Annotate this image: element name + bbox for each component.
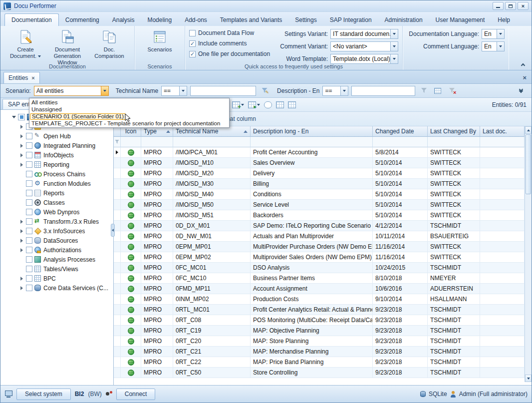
column-header-description-long-en[interactable]: Description long - En: [251, 126, 373, 137]
comment-language-combo[interactable]: En: [482, 41, 505, 51]
export-button[interactable]: [248, 101, 260, 108]
create-document-button[interactable]: Create Document.: [4, 27, 46, 59]
filter-cell-last-doc[interactable]: [480, 137, 525, 147]
table-row[interactable]: MPRO/IMO/SD_M40Conditions5/10/2014SWITTE…: [114, 189, 525, 200]
expand-arrow[interactable]: [18, 277, 25, 281]
expand-arrow[interactable]: [18, 134, 25, 138]
scrollbar-thumb[interactable]: [526, 134, 531, 194]
scenario-dropdown-button[interactable]: [101, 86, 108, 95]
column-header-last-changed-by[interactable]: Last Changed By: [428, 126, 480, 137]
ribbon-tab-documentation[interactable]: Documentation: [4, 13, 59, 26]
tree-item-tables-views[interactable]: Tables/Views: [0, 264, 113, 274]
dropdown-button[interactable]: [497, 42, 504, 51]
tree-checkbox[interactable]: [26, 180, 32, 187]
tree-item-integrated-planning[interactable]: Integrated Planning: [0, 141, 113, 150]
tree-item-classes[interactable]: Classes: [0, 198, 113, 207]
expand-arrow[interactable]: [18, 229, 25, 233]
ribbon-tab-commenting[interactable]: Commenting: [59, 14, 106, 26]
tree-checkbox[interactable]: [26, 142, 32, 149]
table-row[interactable]: MPRO0FMD_MP11Account Assignment10/6/2016…: [114, 284, 525, 294]
column-header-last-doc[interactable]: Last doc.: [480, 126, 525, 137]
filter-cell-description-long-en[interactable]: [251, 137, 373, 147]
table-row[interactable]: MPRO0RT_C19MAP: Objective Planning9/23/2…: [114, 326, 525, 336]
dropdown-button[interactable]: [390, 54, 398, 63]
table-row[interactable]: MPRO0RT_C22MAP: Price Band Planning9/23/…: [114, 357, 525, 368]
comment-variant-combo[interactable]: <No variant>: [330, 41, 398, 51]
ribbon-tab-add-ons[interactable]: Add-ons: [178, 14, 214, 26]
table-row[interactable]: MPRO0FC_MC10Business Partner Items8/10/2…: [114, 273, 525, 284]
technical-name-filter-input[interactable]: [190, 86, 256, 96]
dropdown-item-unassigned[interactable]: Unassigned: [29, 106, 229, 113]
tree-item-analysis-processes[interactable]: Analysis Processes: [0, 255, 113, 264]
tree-item-datasources[interactable]: DataSources: [0, 236, 113, 245]
tree-item-core-data-services-c[interactable]: Core Data Services (C...: [0, 283, 113, 293]
expand-arrow[interactable]: [18, 153, 25, 157]
tree-item-reporting[interactable]: Reporting: [0, 160, 113, 169]
dropdown-button[interactable]: [390, 29, 398, 38]
filter-cell-type[interactable]: [141, 137, 173, 147]
expand-filter-panel-button[interactable]: [516, 85, 527, 96]
table-row[interactable]: MPRO0EPM_MP02Multiprovider Sales Orders …: [114, 252, 525, 263]
minimize-button[interactable]: [493, 2, 504, 10]
table-row[interactable]: MPRO0RT_C08POS Monitoring (MultiCube: Re…: [114, 315, 525, 326]
tree-checkbox[interactable]: [26, 190, 32, 196]
table-row[interactable]: MPRO/IMO/SD_M10Sales Overview5/10/2014SW…: [114, 158, 525, 168]
column-header-changed-date[interactable]: Changed Date: [373, 126, 428, 137]
filter-cell-technical-name[interactable]: [173, 137, 251, 147]
doc-comparison-button[interactable]: Doc. Comparison: [88, 27, 130, 59]
tree-checkbox[interactable]: [26, 152, 32, 158]
close-document-area-button[interactable]: ×: [521, 74, 529, 83]
vertical-scrollbar[interactable]: [525, 126, 532, 382]
settings-variant-combo[interactable]: IT standard documen...: [330, 29, 398, 39]
connect-button[interactable]: Connect: [116, 389, 156, 400]
tree-checkbox[interactable]: [26, 218, 32, 225]
database-label[interactable]: SQLite: [429, 391, 447, 398]
filter-editor-button[interactable]: [432, 85, 443, 96]
table-row[interactable]: MPRO/IMO/SD_M51Backorders5/10/2014SWITTE…: [114, 210, 525, 221]
tree-item-process-chains[interactable]: Process Chains: [0, 169, 113, 179]
tree-checkbox[interactable]: [26, 171, 32, 177]
checkbox-one-file-per-documentation[interactable]: One file per documentation: [189, 50, 270, 57]
collapse-ribbon-button[interactable]: [519, 61, 528, 68]
comment-button[interactable]: [264, 101, 272, 108]
close-button[interactable]: ×: [518, 2, 529, 10]
tree-checkbox[interactable]: [26, 256, 32, 263]
tree-checkbox[interactable]: [26, 209, 32, 215]
grid-view-button[interactable]: [276, 101, 284, 108]
technical-name-filter-button[interactable]: ✎: [259, 85, 270, 96]
tree-item-3-x-infosources[interactable]: 3.x InfoSources: [0, 226, 113, 236]
table-row[interactable]: MPRO0EPM_MP01MultiProvider Purchase Orde…: [114, 242, 525, 252]
tree-item-transform-3-x-rules[interactable]: Transform./3.x Rules: [0, 217, 113, 226]
tree-checkbox[interactable]: [26, 266, 32, 272]
tree-item-web-dynpros[interactable]: Web Dynpros: [0, 207, 113, 217]
filter-cell-icon[interactable]: [121, 137, 141, 147]
tree-checkbox[interactable]: [26, 285, 32, 291]
expand-arrow[interactable]: [18, 163, 25, 167]
tab-entities[interactable]: Entities ×: [3, 72, 40, 83]
table-row[interactable]: MPRO0RT_C20MAP: Store Planning9/23/2018T…: [114, 336, 525, 347]
column-header-type[interactable]: Type: [141, 126, 173, 137]
table-row[interactable]: MPRO0RTL_MC01Profit Center Analytics Ret…: [114, 305, 525, 315]
ribbon-tab-administration[interactable]: Administration: [378, 14, 429, 26]
description-filter-input[interactable]: [351, 86, 415, 96]
table-row[interactable]: MPRO/IMO/SD_M50Service Level5/10/2014SWI…: [114, 200, 525, 210]
table-row[interactable]: MPRO0INM_MP02Production Costs9/10/2014HS…: [114, 294, 525, 305]
filter-cell-changed-date[interactable]: [373, 137, 428, 147]
add-entity-button[interactable]: [232, 101, 244, 108]
table-row[interactable]: MPRO/IMO/PCA_M01Profit Center Accounting…: [114, 147, 525, 158]
tab-close-icon[interactable]: ×: [31, 75, 34, 81]
table-row[interactable]: MPRO0D_NW_M01Actuals and Plan Multiprovi…: [114, 231, 525, 242]
tree-checkbox[interactable]: [26, 247, 32, 253]
tree-item-reports[interactable]: Reports: [0, 188, 113, 198]
expand-arrow[interactable]: [10, 116, 17, 118]
tree-checkbox[interactable]: [26, 275, 32, 282]
tree-item-open-hub[interactable]: Open Hub: [0, 131, 113, 141]
ribbon-tab-user-management[interactable]: User Management: [429, 14, 492, 26]
dropdown-item-all-entities[interactable]: All entities: [29, 99, 229, 106]
scrollbar-track[interactable]: [525, 195, 532, 375]
checkbox-document-data-flow[interactable]: Document Data Flow: [189, 29, 270, 36]
expand-arrow[interactable]: [18, 144, 25, 148]
table-row[interactable]: MPRO0FC_MC01DSO Analysis10/24/2015TSCHMI…: [114, 263, 525, 273]
tree-checkbox[interactable]: [18, 114, 25, 120]
dropdown-button[interactable]: [340, 86, 348, 95]
